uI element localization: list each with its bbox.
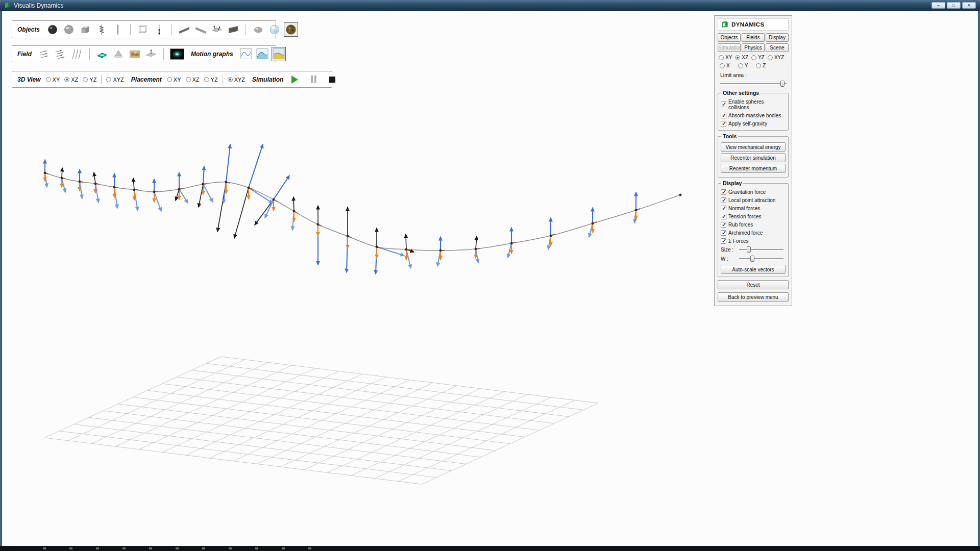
slider-thumb[interactable] (780, 81, 785, 87)
maximize-button[interactable]: □ (947, 2, 961, 9)
ball-dark-icon[interactable] (46, 23, 59, 36)
spring-icon[interactable] (95, 23, 108, 36)
particle[interactable] (592, 222, 594, 225)
stop-button[interactable] (327, 74, 337, 85)
simulation-canvas[interactable] (2, 11, 978, 546)
close-button[interactable]: ✕ (962, 2, 976, 9)
slider-thumb[interactable] (750, 256, 754, 262)
radio-xy[interactable]: XY (719, 55, 732, 60)
particle[interactable] (44, 172, 46, 174)
field-plane-teal-icon[interactable] (95, 47, 109, 61)
particle[interactable] (679, 194, 682, 196)
particle[interactable] (61, 177, 63, 180)
ball-shiny-icon[interactable] (268, 23, 281, 36)
graph-line-icon[interactable] (239, 47, 253, 61)
field-arrows-dense-icon[interactable] (54, 47, 67, 61)
graph-area-teal-icon[interactable] (256, 47, 269, 61)
radio-xyz[interactable]: XYZ (228, 77, 245, 83)
particle[interactable] (510, 242, 513, 245)
particle[interactable] (225, 181, 228, 184)
ramp-right-icon[interactable] (194, 23, 207, 36)
field-cone-icon[interactable] (112, 47, 125, 61)
viewport[interactable] (2, 11, 978, 546)
radio-z[interactable]: Z (756, 63, 766, 68)
radio-xz[interactable]: XZ (186, 77, 200, 83)
particle[interactable] (202, 183, 205, 186)
button-display[interactable]: Display (766, 33, 789, 42)
particle[interactable] (133, 189, 136, 191)
checkbox-apply-self-gravity[interactable]: Apply self-gravity (721, 119, 786, 128)
field-arrows-sparse-icon[interactable] (38, 47, 51, 61)
particle[interactable] (178, 188, 181, 191)
particle[interactable] (94, 183, 97, 185)
button-simulation[interactable]: Simulation (718, 43, 741, 52)
radio-yz[interactable]: YZ (204, 77, 218, 83)
button-objects[interactable]: Objects (718, 33, 741, 42)
ellipsoid-icon[interactable] (252, 23, 265, 36)
radio-xyz[interactable]: XYZ (768, 55, 784, 60)
particle[interactable] (347, 235, 349, 238)
spring-vector-icon[interactable] (153, 23, 166, 36)
checkbox-gravitation-force[interactable]: Gravitation force (721, 188, 786, 196)
reset-button[interactable]: Reset (718, 280, 789, 289)
minimize-button[interactable]: ─ (932, 2, 945, 9)
particle[interactable] (79, 181, 81, 183)
limit-area-slider[interactable] (719, 80, 787, 87)
radio-xyz[interactable]: XYZ (106, 77, 124, 83)
radio-xy[interactable]: XY (46, 77, 60, 83)
size-slider[interactable] (739, 246, 784, 253)
checkbox-archimed-force[interactable]: Archimed force (721, 229, 786, 237)
radio-yz[interactable]: YZ (83, 77, 96, 83)
radio-xy[interactable]: XY (167, 77, 181, 83)
back-to-preview-menu-button[interactable]: Back to preview menu (718, 292, 789, 302)
button-scene[interactable]: Scene (766, 43, 789, 52)
ramp-left-icon[interactable] (178, 23, 191, 36)
particle[interactable] (550, 235, 552, 237)
particle[interactable] (439, 249, 442, 252)
particle[interactable] (153, 191, 156, 193)
particle[interactable] (317, 223, 320, 226)
ball-gray-icon[interactable] (62, 23, 76, 36)
field-image-icon[interactable] (128, 47, 141, 61)
plate-vectors-icon[interactable] (210, 23, 224, 36)
button-recenter-momentum[interactable]: Recenter momentum (721, 164, 786, 173)
box-icon[interactable] (79, 23, 92, 36)
button-fields[interactable]: Fields (742, 33, 765, 42)
radio-yz[interactable]: YZ (751, 55, 765, 60)
slider-thumb[interactable] (747, 246, 751, 253)
auto-scale-vectors-button[interactable]: Auto-scale vectors (721, 265, 786, 274)
checkbox-enable-spheres-collisions[interactable]: Enable spheres collisions (721, 97, 786, 111)
particle[interactable] (405, 248, 408, 251)
wall-icon[interactable] (227, 23, 240, 36)
button-physics[interactable]: Physics (742, 43, 765, 52)
particle[interactable] (376, 246, 378, 248)
graph-area-gold-icon[interactable] (272, 47, 285, 61)
field-dark-glow-icon[interactable] (169, 47, 185, 61)
play-button[interactable] (289, 74, 300, 85)
checkbox-normal-forces[interactable]: Normal forces (721, 204, 786, 212)
rod-icon[interactable] (111, 23, 125, 36)
checkbox-local-point-attraction[interactable]: Local point attraction (721, 196, 786, 204)
frame-cube-icon[interactable] (136, 23, 150, 36)
checkbox-absorb-massive-bodies[interactable]: Absorb massive bodies (721, 111, 786, 119)
button-view-mechanical-energy[interactable]: View mechanical energy (721, 142, 786, 152)
checkbox-rub-forces[interactable]: Rub forces (721, 220, 786, 229)
radio-y[interactable]: Y (738, 63, 748, 68)
particle[interactable] (475, 248, 477, 251)
ball-gold-icon[interactable] (284, 23, 298, 36)
w-slider[interactable] (739, 255, 784, 262)
radio-x[interactable]: X (720, 63, 730, 68)
particle[interactable] (248, 187, 250, 189)
button-recenter-simulation[interactable]: Recenter simulation (721, 153, 786, 162)
checkbox-forces[interactable]: Σ Forces (721, 237, 786, 245)
field-lines-icon[interactable] (70, 47, 84, 61)
particle[interactable] (113, 186, 116, 189)
radio-xz[interactable]: XZ (64, 77, 78, 83)
radio-xz[interactable]: XZ (735, 55, 748, 60)
field-plane-arrow-icon[interactable] (144, 47, 158, 61)
particle[interactable] (635, 209, 638, 212)
particle[interactable] (273, 198, 275, 201)
particle[interactable] (293, 210, 296, 213)
checkbox-tension-forces[interactable]: Tension forces (721, 212, 786, 220)
pause-button[interactable] (308, 74, 318, 85)
